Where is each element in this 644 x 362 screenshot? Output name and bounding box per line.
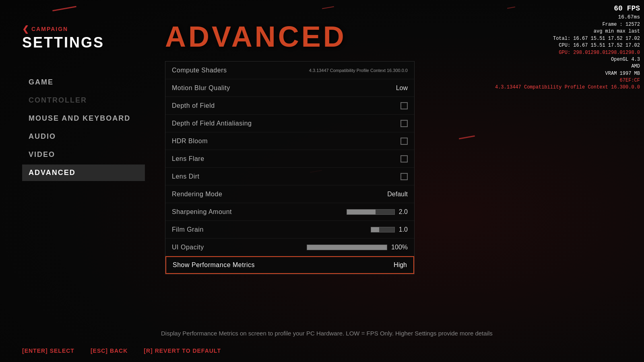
- description-text: Display Performance Metrics on screen to…: [161, 329, 564, 338]
- show-perf-metrics-label: Show Performance Metrics: [173, 261, 255, 269]
- control-enter[interactable]: [ENTER] SELECT: [22, 348, 74, 354]
- perf-opengl: OpenGL 4.3: [495, 56, 640, 63]
- back-arrow-icon: ❮: [22, 24, 29, 34]
- setting-row-ui-opacity[interactable]: UI Opacity 100%: [165, 239, 414, 256]
- setting-row-compute-shaders[interactable]: Compute Shaders 4.3.13447 Compatibility …: [165, 62, 414, 79]
- hdr-bloom-value: [400, 138, 408, 145]
- perf-total: Total: 16.67 15.51 17.52 17.02: [495, 35, 640, 42]
- perf-header: avg min max last: [495, 28, 640, 35]
- sharpening-slider-container[interactable]: 2.0: [347, 208, 408, 216]
- lens-flare-label: Lens Flare: [172, 155, 204, 162]
- sidebar-title: SETTINGS: [22, 35, 145, 50]
- enter-key-label: [ENTER] SELECT: [22, 348, 74, 354]
- setting-row-rendering-mode[interactable]: Rendering Mode Default: [165, 185, 414, 203]
- sidebar-item-audio[interactable]: AUDIO: [22, 128, 145, 145]
- motion-blur-value: Low: [396, 84, 408, 92]
- perf-gpu: GPU: 298.01298.01298.01298.0: [495, 49, 640, 56]
- back-link[interactable]: ❮ CAMPAIGN: [22, 24, 145, 34]
- sidebar-item-video[interactable]: VIDEO: [22, 146, 145, 163]
- esc-key-label: [ESC] BACK: [91, 348, 128, 354]
- perf-cpu: CPU: 16.67 15.51 17.52 17.02: [495, 42, 640, 49]
- hdr-bloom-checkbox[interactable]: [400, 138, 408, 145]
- performance-overlay: 60 FPS 16.67ms Frame : 12572 avg min max…: [495, 3, 640, 91]
- dof-antialiasing-value: [400, 120, 408, 127]
- setting-row-lens-flare[interactable]: Lens Flare: [165, 150, 414, 168]
- motion-blur-label: Motion Blur Quality: [172, 84, 230, 92]
- film-grain-slider-fill: [371, 227, 379, 232]
- sidebar-item-advanced[interactable]: ADVANCED: [22, 165, 145, 181]
- setting-row-dof-antialiasing[interactable]: Depth of Field Antialiasing: [165, 115, 414, 132]
- compute-shaders-value: 4.3.13447 Compatibility Profile Context …: [309, 68, 408, 73]
- setting-row-hdr-bloom[interactable]: HDR Bloom: [165, 132, 414, 150]
- lens-dirt-label: Lens Dirt: [172, 173, 200, 180]
- film-grain-value: 1.0: [371, 226, 408, 233]
- sharpening-amount: 2.0: [399, 208, 408, 216]
- film-grain-label: Film Grain: [172, 226, 204, 233]
- sidebar-item-game[interactable]: GAME: [22, 74, 145, 90]
- page-container: 60 FPS 16.67ms Frame : 12572 avg min max…: [0, 0, 644, 362]
- controls-bar: [ENTER] SELECT [ESC] BACK [R] REVERT TO …: [22, 348, 636, 354]
- nav-menu: GAME CONTROLLER MOUSE AND KEYBOARD AUDIO…: [22, 74, 145, 181]
- settings-panel: Compute Shaders 4.3.13447 Compatibility …: [165, 61, 415, 274]
- film-grain-amount: 1.0: [399, 226, 408, 233]
- perf-amd: AMD: [495, 63, 640, 70]
- control-esc[interactable]: [ESC] BACK: [91, 348, 128, 354]
- ui-opacity-slider-fill: [307, 245, 387, 250]
- lens-dirt-value: [400, 173, 408, 180]
- film-grain-slider-track[interactable]: [371, 227, 395, 232]
- revert-key-label: [R] REVERT TO DEFAULT: [144, 348, 221, 354]
- rendering-mode-value: Default: [387, 191, 408, 198]
- sharpening-value: 2.0: [347, 208, 408, 216]
- hdr-bloom-label: HDR Bloom: [172, 138, 208, 145]
- perf-vram: VRAM 1997 MB: [495, 70, 640, 77]
- show-perf-metrics-value: High: [394, 261, 407, 269]
- ui-opacity-slider-container[interactable]: 100%: [307, 244, 408, 251]
- setting-row-lens-dirt[interactable]: Lens Dirt: [165, 168, 414, 185]
- film-grain-slider-container[interactable]: 1.0: [371, 226, 408, 233]
- ui-opacity-value: 100%: [307, 244, 408, 251]
- sidebar: ❮ CAMPAIGN SETTINGS GAME CONTROLLER MOUS…: [0, 0, 157, 362]
- depth-of-field-checkbox[interactable]: [400, 102, 408, 109]
- setting-row-sharpening[interactable]: Sharpening Amount 2.0: [165, 203, 414, 221]
- sharpening-slider-track[interactable]: [347, 209, 395, 215]
- sidebar-item-mouse[interactable]: MOUSE AND KEYBOARD: [22, 110, 145, 127]
- setting-row-show-perf-metrics[interactable]: Show Performance Metrics High: [165, 256, 414, 274]
- setting-row-depth-of-field[interactable]: Depth of Field: [165, 97, 414, 115]
- rendering-mode-label: Rendering Mode: [172, 191, 222, 198]
- perf-context2: 4.3.13447 Compatibility Profile Context …: [495, 84, 640, 91]
- sidebar-item-controller[interactable]: CONTROLLER: [22, 92, 145, 109]
- sharpening-label: Sharpening Amount: [172, 208, 232, 216]
- ui-opacity-label: UI Opacity: [172, 244, 204, 251]
- ui-opacity-amount: 100%: [391, 244, 408, 251]
- dof-antialiasing-checkbox[interactable]: [400, 120, 408, 127]
- ui-opacity-slider-track[interactable]: [307, 245, 387, 250]
- depth-of-field-value: [400, 102, 408, 109]
- control-revert[interactable]: [R] REVERT TO DEFAULT: [144, 348, 221, 354]
- back-label: CAMPAIGN: [31, 26, 68, 32]
- compute-shaders-label: Compute Shaders: [172, 67, 227, 74]
- setting-row-motion-blur[interactable]: Motion Blur Quality Low: [165, 79, 414, 97]
- ms-counter: 16.67ms: [495, 14, 640, 21]
- dof-antialiasing-label: Depth of Field Antialiasing: [172, 120, 252, 127]
- lens-dirt-checkbox[interactable]: [400, 173, 408, 180]
- setting-row-film-grain[interactable]: Film Grain 1.0: [165, 221, 414, 239]
- frame-counter: Frame : 12572: [495, 21, 640, 28]
- sharpening-slider-fill: [347, 210, 376, 214]
- description-area: Display Performance Metrics on screen to…: [161, 329, 564, 338]
- fps-counter: 60 FPS: [495, 3, 640, 14]
- perf-context: 67EF:CF: [495, 77, 640, 84]
- lens-flare-value: [400, 155, 408, 162]
- depth-of-field-label: Depth of Field: [172, 102, 215, 109]
- lens-flare-checkbox[interactable]: [400, 155, 408, 162]
